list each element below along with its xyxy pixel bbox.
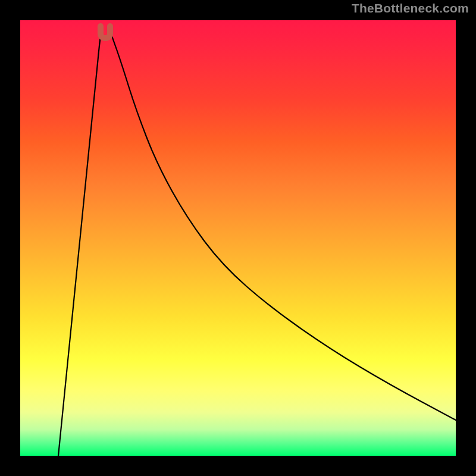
chart-frame: TheBottleneck.com [0, 0, 476, 476]
valley-marker [101, 26, 110, 38]
marker-layer [20, 20, 456, 456]
chart-plot-area [20, 20, 456, 456]
watermark-text: TheBottleneck.com [352, 1, 469, 15]
